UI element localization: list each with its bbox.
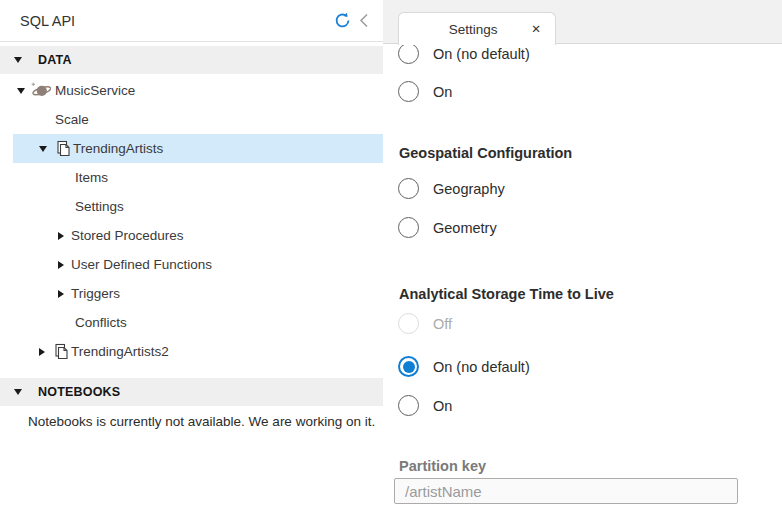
section-title-analytical-storage: Analytical Storage Time to Live [399, 286, 614, 302]
tree-item-scale[interactable]: Scale [0, 105, 383, 134]
caret-right-icon[interactable] [58, 232, 64, 240]
radio-ttl-on[interactable]: On [398, 81, 452, 102]
resource-tree: MusicService Scale TrendingArtists Items [0, 74, 383, 366]
section-title-geospatial: Geospatial Configuration [399, 145, 572, 161]
container-document-icon [53, 343, 68, 360]
partition-key-label: Partition key [399, 458, 486, 474]
tree-item-label: Stored Procedures [71, 228, 184, 243]
database-planet-icon [31, 82, 51, 99]
radio-label: On (no default) [433, 46, 530, 62]
section-label: NOTEBOOKS [38, 385, 120, 399]
close-tab-icon[interactable]: ✕ [527, 18, 555, 40]
section-header-data[interactable]: DATA [0, 46, 383, 74]
tab-label: Settings [399, 22, 527, 37]
collapse-sidebar-icon[interactable] [355, 11, 373, 30]
tree-item-user-defined-functions[interactable]: User Defined Functions [0, 250, 383, 279]
radio-label: On (no default) [433, 359, 530, 375]
caret-right-icon[interactable] [58, 261, 64, 269]
radio-icon[interactable] [398, 178, 419, 199]
radio-label: Off [433, 316, 452, 332]
data-explorer: SQL API DATA [0, 0, 782, 525]
caret-right-icon[interactable] [58, 290, 64, 298]
sidebar-title: SQL API [20, 13, 330, 29]
radio-icon[interactable] [398, 81, 419, 102]
section-header-notebooks[interactable]: NOTEBOOKS [0, 378, 383, 406]
tree-item-settings[interactable]: Settings [0, 192, 383, 221]
resource-tree-sidebar: SQL API DATA [0, 0, 383, 525]
radio-geography[interactable]: Geography [398, 178, 505, 199]
tree-item-database[interactable]: MusicService [0, 76, 383, 105]
notebooks-unavailable-message: Notebooks is currently not available. We… [0, 414, 383, 429]
tree-item-label: MusicService [55, 83, 135, 98]
tree-item-label: TrendingArtists [73, 141, 163, 156]
radio-icon [398, 313, 419, 334]
tree-item-label: TrendingArtists2 [71, 344, 169, 359]
tree-item-label: Settings [75, 199, 124, 214]
radio-analytical-on[interactable]: On [398, 395, 452, 416]
settings-panel: Settings ✕ On (no default) On Geospatial… [383, 0, 782, 525]
radio-label: On [433, 398, 452, 414]
section-label: DATA [38, 53, 72, 67]
tree-item-trendingartists[interactable]: TrendingArtists [13, 134, 383, 163]
caret-down-icon[interactable] [39, 146, 47, 152]
caret-right-icon[interactable] [39, 348, 45, 356]
partition-key-input [394, 478, 738, 504]
tab-settings[interactable]: Settings ✕ [398, 12, 556, 45]
tree-item-triggers[interactable]: Triggers [0, 279, 383, 308]
container-document-icon [55, 140, 70, 157]
radio-geometry[interactable]: Geometry [398, 217, 497, 238]
refresh-icon[interactable] [330, 10, 355, 31]
caret-down-icon [14, 57, 22, 63]
tree-item-stored-procedures[interactable]: Stored Procedures [0, 221, 383, 250]
tree-item-label: Triggers [71, 286, 120, 301]
radio-selected-icon[interactable] [398, 356, 419, 377]
radio-label: On [433, 84, 452, 100]
tree-item-label: Items [75, 170, 108, 185]
caret-down-icon[interactable] [17, 88, 25, 94]
sidebar-header: SQL API [0, 0, 383, 42]
radio-label: Geometry [433, 220, 497, 236]
caret-down-icon [14, 389, 22, 395]
radio-icon[interactable] [398, 395, 419, 416]
radio-icon[interactable] [398, 217, 419, 238]
tree-item-label: Conflicts [75, 315, 127, 330]
tree-item-label: Scale [55, 112, 89, 127]
radio-analytical-on-no-default[interactable]: On (no default) [398, 356, 530, 377]
tree-item-items[interactable]: Items [0, 163, 383, 192]
tree-item-label: User Defined Functions [71, 257, 212, 272]
radio-ttl-on-no-default[interactable]: On (no default) [398, 43, 530, 64]
radio-analytical-off: Off [398, 313, 452, 334]
radio-icon[interactable] [398, 43, 419, 64]
tree-item-conflicts[interactable]: Conflicts [0, 308, 383, 337]
tree-item-trendingartists2[interactable]: TrendingArtists2 [0, 337, 383, 366]
radio-label: Geography [433, 181, 505, 197]
